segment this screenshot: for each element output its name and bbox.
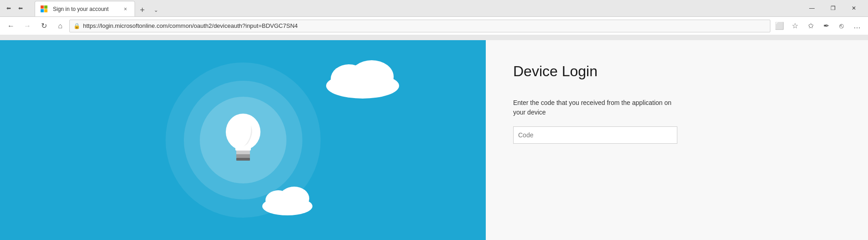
refresh-button[interactable]: ↻ [36,19,51,33]
nav-right-buttons: ⬜ ☆ ✩ ✒ ⎋ … [772,19,864,33]
page-title: Device Login [513,63,841,80]
back-page-button[interactable]: ⬅ [4,3,14,13]
web-notes-button[interactable]: ✒ [819,19,833,33]
svg-rect-4 [236,158,250,161]
lightbulb-icon [218,108,268,172]
favicon-ms-logo [41,5,47,12]
home-button[interactable]: ⌂ [53,19,68,33]
close-window-button[interactable]: ✕ [843,1,864,16]
device-login-description: Enter the code that you received from th… [513,98,677,117]
forward-button[interactable]: → [20,19,35,33]
maximize-button[interactable]: ❐ [822,1,843,16]
favorites-button[interactable]: ☆ [788,19,802,33]
address-bar-container[interactable]: 🔒 [69,20,770,32]
title-bar-controls: ⬅ ⬅ [4,3,26,13]
nav-bar: ← → ↻ ⌂ 🔒 ⬜ ☆ ✩ ✒ ⎋ … [0,16,868,35]
share-button[interactable]: ⎋ [834,19,849,33]
forward-page-button[interactable]: ⬅ [16,3,26,13]
svg-rect-2 [236,151,250,154]
main-content: Device Login Enter the code that you rec… [0,40,868,240]
reading-view-button[interactable]: ⬜ [772,19,787,33]
tab-title: Sign in to your account [53,6,118,12]
svg-point-8 [335,68,390,94]
minimize-button[interactable]: — [801,1,822,16]
svg-rect-3 [236,154,250,158]
more-button[interactable]: … [850,19,864,33]
new-tab-button[interactable]: + [136,4,149,16]
window-controls: — ❐ ✕ [801,1,864,16]
back-button[interactable]: ← [4,19,18,33]
svg-point-0 [226,114,260,150]
tab-bar: Sign in to your account × + ⌄ [31,0,166,16]
hub-button[interactable]: ✩ [803,19,818,33]
cloud-large [322,54,404,101]
code-input[interactable] [513,126,677,144]
title-bar: ⬅ ⬅ Sign in to your account × + ⌄ — ❐ ✕ [0,0,868,16]
left-panel [0,40,486,240]
right-panel: Device Login Enter the code that you rec… [486,40,868,240]
active-tab[interactable]: Sign in to your account × [35,1,135,16]
cloud-small [258,181,317,217]
svg-point-12 [268,194,307,212]
tab-close-button[interactable]: × [122,5,129,13]
address-bar[interactable] [83,22,766,29]
tab-list-button[interactable]: ⌄ [150,4,162,16]
browser-chrome: ⬅ ⬅ Sign in to your account × + ⌄ — ❐ ✕ [0,0,868,40]
svg-rect-1 [235,147,251,151]
lock-icon: 🔒 [73,23,80,29]
